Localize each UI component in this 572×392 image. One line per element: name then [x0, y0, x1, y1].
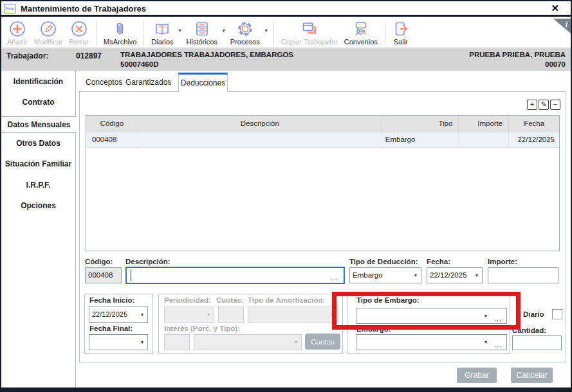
circle-pencil-icon	[40, 21, 57, 37]
company-code: 00070	[469, 60, 566, 69]
chevron-down-icon: ▾	[141, 334, 143, 349]
codigo-label: Código:	[85, 258, 113, 265]
periodicidad-label: Periodicidad:	[164, 296, 211, 304]
modify-label: Modificar	[34, 38, 63, 46]
tipo-deduccion-combo[interactable]: Embargo ▾	[349, 267, 421, 283]
col-header-codigo[interactable]: Código	[86, 116, 138, 132]
col-header-importe[interactable]: Importe	[458, 116, 508, 132]
cuotas-field	[218, 307, 244, 323]
fecha-final-label: Fecha Final:	[89, 325, 133, 332]
delete-button[interactable]: Borrar	[66, 20, 92, 46]
fecha-combo[interactable]: 22/12/2025 ▾	[427, 267, 483, 283]
tipo-deduccion-label: Tipo de Deducción:	[349, 258, 418, 265]
window-title: Mantenimiento de Trabajadores	[21, 4, 146, 13]
cuotas-button[interactable]: Cuotas	[305, 334, 340, 350]
sidebar-item-otros-datos[interactable]: Otros Datos	[1, 139, 75, 148]
fecha-inicio-value: 22/12/2025	[92, 310, 127, 318]
col-header-tipo[interactable]: Tipo	[382, 116, 459, 132]
sidebar-item-opciones[interactable]: Opciones	[1, 201, 75, 210]
title-bar: Nom Mantenimiento de Trabajadores ✕	[1, 1, 571, 17]
diario-checkbox[interactable]	[552, 309, 562, 319]
interes-label: Interés (Porc. y Tipo):	[164, 325, 240, 332]
cancel-button[interactable]: Cancelar	[511, 368, 553, 383]
tab-conceptos[interactable]: Conceptos	[86, 78, 122, 87]
modify-button[interactable]: Modificar	[31, 20, 66, 46]
grid-add-button[interactable]: +	[527, 100, 537, 110]
circle-x-icon	[71, 21, 88, 37]
codigo-field[interactable]: 000408	[85, 267, 122, 283]
importe-label: Importe:	[488, 258, 517, 265]
save-button[interactable]: Grabar	[457, 368, 497, 383]
embargo-combo[interactable]: ▾ ...	[356, 334, 507, 350]
chevron-down-icon: ▾	[179, 28, 181, 33]
col-header-descripcion[interactable]: Descripción	[138, 116, 382, 132]
msarchivo-label: MsArchivo	[104, 38, 136, 46]
descripcion-label: Descripción:	[125, 258, 171, 265]
historicos-button[interactable]: Históricos ▾	[183, 20, 221, 46]
interes-tipo-combo: ▾	[194, 334, 302, 350]
periodicidad-combo: ▾	[164, 307, 214, 323]
tab-deducciones[interactable]: Deducciones	[178, 73, 228, 92]
gear-icon	[237, 21, 254, 37]
descripcion-lookup-button[interactable]: ...	[331, 274, 338, 281]
sidebar-item-identificacion[interactable]: Identificación	[1, 77, 75, 86]
sidebar-item-situacion-familiar[interactable]: Situación Familiar	[1, 159, 75, 168]
fecha-final-combo[interactable]: ▾	[89, 334, 148, 350]
worker-dni: 50007460D	[120, 60, 293, 69]
info-corner-triangle[interactable]	[553, 19, 571, 33]
cantidad-field[interactable]	[512, 335, 562, 350]
cell-fecha: 22/12/2025	[508, 132, 559, 147]
annotation-highlight-rectangle	[332, 292, 521, 330]
historicos-label: Históricos	[187, 38, 217, 46]
app-logo-icon: Nom	[4, 4, 16, 13]
grid-edit-button[interactable]: ✎	[539, 100, 549, 110]
deductions-table: Código Descripción Tipo Importe Fecha 00…	[86, 115, 560, 251]
book-icon	[153, 21, 171, 37]
cuotas-label: Cuotas:	[216, 296, 244, 304]
close-icon[interactable]: ✕	[551, 3, 559, 14]
msarchivo-button[interactable]: MsArchivo	[100, 20, 140, 46]
procesos-button[interactable]: Procesos ▾	[227, 20, 263, 46]
convenios-label: Convenios	[344, 38, 378, 46]
fecha-label: Fecha:	[427, 258, 450, 265]
fecha-inicio-combo[interactable]: 22/12/2025 ▾	[89, 307, 148, 323]
cell-importe	[458, 132, 508, 147]
delete-label: Borrar	[69, 38, 89, 46]
toolbar-separator	[385, 21, 385, 46]
toolbar-separator	[96, 21, 97, 46]
company-name: PRUEBA PRIEBA, PRUEBA	[469, 50, 566, 60]
diarios-button[interactable]: Diarios ▾	[148, 20, 176, 46]
tab-garantizados[interactable]: Garantizados	[125, 78, 171, 87]
grid-actions: + ✎ −	[527, 100, 560, 110]
table-header-row: Código Descripción Tipo Importe Fecha	[86, 116, 559, 132]
chevron-down-icon: ▾	[265, 28, 268, 33]
copy-worker-label: Copiar Trabajador	[281, 38, 338, 46]
embargo-lookup-button[interactable]: ...	[494, 341, 502, 348]
sidebar-item-datos-mensuales[interactable]: Datos Mensuales	[1, 116, 77, 133]
chevron-down-icon: ▾	[207, 307, 210, 321]
speech-people-icon	[352, 21, 370, 37]
descripcion-field[interactable]: ...	[125, 267, 345, 284]
cell-codigo: 000408	[86, 132, 138, 147]
col-header-fecha[interactable]: Fecha	[508, 116, 559, 132]
text-caret	[131, 270, 131, 281]
grid-remove-button[interactable]: −	[550, 100, 560, 110]
sidebar-item-irpf[interactable]: I.R.P.F.	[1, 181, 75, 190]
convenios-button[interactable]: Convenios	[341, 20, 381, 46]
add-label: Añadir	[7, 38, 28, 46]
exit-button[interactable]: Salir	[389, 20, 412, 46]
cell-descripcion	[138, 132, 382, 147]
add-button[interactable]: Añadir	[4, 20, 31, 46]
sidebar-item-contrato[interactable]: Contrato	[1, 98, 75, 107]
fecha-value: 22/12/2025	[430, 271, 467, 279]
chevron-down-icon: ▾	[475, 267, 478, 282]
diario-label: Diario	[523, 310, 544, 318]
copy-worker-button[interactable]: Copiar Trabajador	[278, 20, 341, 46]
diarios-label: Diarios	[151, 38, 173, 46]
importe-field[interactable]	[488, 267, 558, 283]
interes-porc-field	[164, 334, 190, 350]
info-icon: i	[565, 19, 567, 30]
tipo-deduccion-value: Embargo	[353, 271, 383, 279]
table-row[interactable]: 000408 Embargo 22/12/2025	[86, 132, 559, 148]
worker-info-bar: Trabajador: 012897 TRABAJADORES TRABAJAD…	[1, 48, 571, 71]
